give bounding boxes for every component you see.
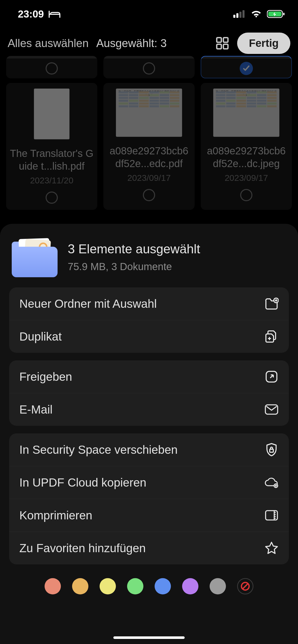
svg-rect-13 (265, 405, 278, 414)
file-card-stub[interactable] (103, 56, 195, 78)
selected-count: Ausgewählt: 3 (96, 37, 167, 50)
svg-rect-1 (236, 13, 238, 18)
folder-plus-icon (264, 297, 279, 311)
selection-toolbar: Alles auswählen Ausgewählt: 3 Fertig (0, 28, 298, 58)
color-tag-row (9, 572, 289, 597)
shield-lock-icon (264, 443, 279, 457)
svg-rect-6 (283, 13, 285, 15)
bed-icon (48, 9, 61, 19)
file-thumbnail: 第二届中国—东盟建筑业合作与发展论坛建筑业论坛座位安排 (213, 89, 279, 137)
action-sheet: 3 Elemente ausgewählt 75.9 MB, 3 Dokumen… (0, 224, 298, 644)
compress-button[interactable]: Komprimieren (9, 499, 289, 532)
status-time: 23:09 (18, 8, 44, 20)
wifi-icon (250, 10, 262, 18)
color-swatch[interactable] (155, 578, 171, 594)
file-card[interactable]: 第二届中国—东盟建筑业合作与发展论坛建筑业论坛座位安排 a089e29273bc… (103, 83, 195, 210)
new-folder-button[interactable]: Neuer Ordner mit Auswahl (9, 287, 289, 320)
file-date: 2023/09/17 (225, 173, 268, 183)
file-name: The Translator's Guide t...lish.pdf (10, 147, 94, 172)
svg-rect-10 (223, 44, 228, 49)
svg-line-18 (243, 584, 248, 589)
selection-ring-icon (46, 192, 58, 204)
sheet-header: 3 Elemente ausgewählt 75.9 MB, 3 Dokumen… (9, 233, 289, 287)
action-group-3: In Security Space verschieben In UPDF Cl… (9, 433, 289, 564)
done-button[interactable]: Fertig (237, 33, 290, 54)
mail-icon (264, 402, 279, 417)
star-icon (264, 541, 279, 555)
files-area: The Translator's Guide t...lish.pdf 2023… (0, 58, 298, 210)
selection-ring-icon (46, 62, 58, 75)
view-grid-button[interactable] (215, 36, 229, 50)
action-group-2: Freigeben E-Mail (9, 360, 289, 426)
no-color-icon[interactable] (237, 578, 253, 594)
file-name: a089e29273bcb6df52e...edc.pdf (107, 144, 191, 170)
svg-rect-8 (223, 38, 228, 42)
color-swatch[interactable] (100, 578, 116, 594)
sheet-title: 3 Elemente ausgewählt (68, 242, 200, 256)
row-label: In UPDF Cloud kopieren (19, 476, 146, 489)
select-all-button[interactable]: Alles auswählen (8, 37, 89, 50)
svg-rect-2 (239, 12, 241, 18)
svg-rect-7 (217, 38, 221, 42)
file-thumbnail (34, 89, 70, 139)
selection-ring-icon (143, 62, 155, 75)
color-swatch[interactable] (210, 578, 226, 594)
file-thumbnail: 第二届中国—东盟建筑业合作与发展论坛建筑业论坛座位安排 (116, 89, 182, 137)
status-bar: 23:09 (0, 0, 298, 28)
row-label: Freigeben (19, 370, 72, 384)
row-label: Neuer Ordner mit Auswahl (19, 297, 157, 311)
favorite-button[interactable]: Zu Favoriten hinzufügen (9, 532, 289, 564)
file-card[interactable]: The Translator's Guide t...lish.pdf 2023… (6, 83, 97, 210)
svg-rect-9 (217, 44, 221, 49)
color-swatch[interactable] (127, 578, 143, 594)
duplicate-button[interactable]: Duplikat (9, 320, 289, 353)
cloud-copy-button[interactable]: In UPDF Cloud kopieren (9, 466, 289, 499)
zip-icon (264, 508, 279, 522)
row-label: In Security Space verschieben (19, 443, 178, 457)
color-swatch[interactable] (182, 578, 198, 594)
security-space-button[interactable]: In Security Space verschieben (9, 433, 289, 466)
svg-rect-3 (242, 10, 245, 18)
checkmark-icon (240, 62, 253, 75)
share-icon (264, 370, 279, 384)
row-label: Komprimieren (19, 508, 92, 522)
file-card[interactable]: 第二届中国—东盟建筑业合作与发展论坛建筑业论坛座位安排 a089e29273bc… (201, 83, 292, 210)
row-label: Duplikat (19, 330, 62, 343)
battery-charging-icon (267, 10, 285, 18)
duplicate-icon (264, 329, 279, 344)
color-swatch[interactable] (45, 578, 61, 594)
status-right (233, 10, 285, 18)
folder-icon (12, 237, 58, 277)
share-button[interactable]: Freigeben (9, 360, 289, 393)
file-date: 2023/11/20 (30, 175, 73, 185)
file-card-stub[interactable] (6, 56, 97, 78)
action-group-1: Neuer Ordner mit Auswahl Duplikat (9, 287, 289, 353)
svg-rect-0 (233, 15, 235, 18)
color-swatch[interactable] (72, 578, 88, 594)
sheet-subtitle: 75.9 MB, 3 Dokumente (68, 261, 200, 272)
svg-rect-14 (270, 449, 273, 452)
file-name: a089e29273bcb6df52e...dc.jpeg (204, 144, 288, 170)
row-label: E-Mail (19, 403, 52, 416)
cloud-plus-icon (264, 475, 279, 490)
home-indicator[interactable] (113, 636, 185, 639)
selection-ring-icon (143, 189, 155, 201)
email-button[interactable]: E-Mail (9, 393, 289, 426)
status-left: 23:09 (18, 8, 61, 20)
cellular-icon (233, 10, 246, 18)
selection-ring-icon (240, 189, 252, 201)
file-card-stub-selected[interactable] (201, 56, 292, 78)
row-label: Zu Favoriten hinzufügen (19, 541, 146, 555)
file-date: 2023/09/17 (127, 173, 171, 183)
